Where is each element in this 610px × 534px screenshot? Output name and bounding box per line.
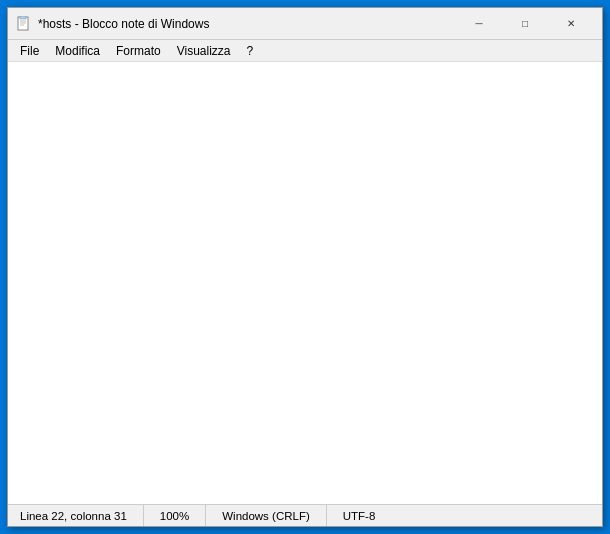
window-controls: ─ □ ✕ xyxy=(456,8,594,40)
title-bar: *hosts - Blocco note di Windows ─ □ ✕ xyxy=(8,8,602,40)
svg-rect-1 xyxy=(20,16,26,19)
status-bar: Linea 22, colonna 31 100% Windows (CRLF)… xyxy=(8,504,602,526)
zoom-level: 100% xyxy=(144,505,206,526)
menu-help[interactable]: ? xyxy=(239,42,262,60)
cursor-position: Linea 22, colonna 31 xyxy=(16,505,144,526)
text-editor[interactable] xyxy=(8,62,602,504)
line-ending: Windows (CRLF) xyxy=(206,505,327,526)
close-button[interactable]: ✕ xyxy=(548,8,594,40)
minimize-button[interactable]: ─ xyxy=(456,8,502,40)
menu-format[interactable]: Formato xyxy=(108,42,169,60)
menu-view[interactable]: Visualizza xyxy=(169,42,239,60)
menu-file[interactable]: File xyxy=(12,42,47,60)
notepad-window: *hosts - Blocco note di Windows ─ □ ✕ Fi… xyxy=(7,7,603,527)
editor-area xyxy=(8,62,602,504)
window-title: *hosts - Blocco note di Windows xyxy=(38,17,456,31)
app-icon xyxy=(16,16,32,32)
menu-edit[interactable]: Modifica xyxy=(47,42,108,60)
encoding: UTF-8 xyxy=(327,505,392,526)
maximize-button[interactable]: □ xyxy=(502,8,548,40)
menu-bar: File Modifica Formato Visualizza ? xyxy=(8,40,602,62)
